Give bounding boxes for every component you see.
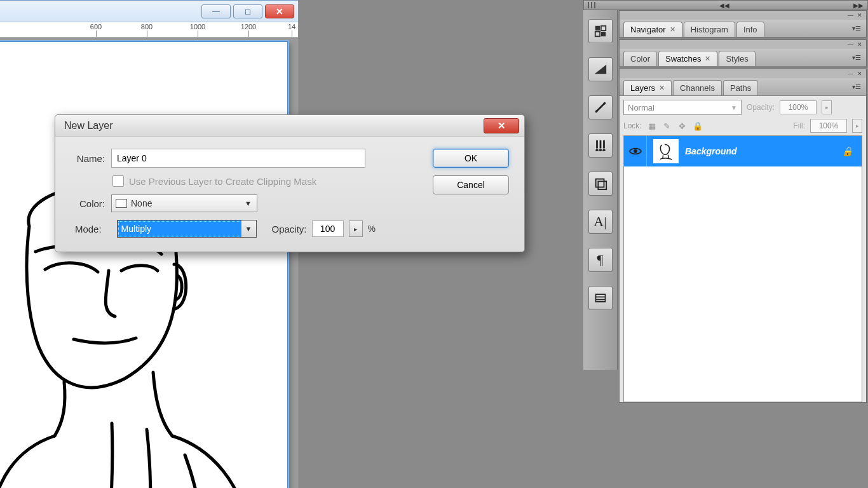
maximize-button[interactable]: ◻ — [233, 4, 262, 18]
svg-rect-3 — [600, 32, 605, 36]
panel-minimize-icon[interactable]: — — [848, 12, 853, 18]
clipping-mask-checkbox[interactable] — [112, 175, 124, 187]
lock-transparency-icon[interactable]: ▦ — [647, 121, 657, 131]
tab-paths[interactable]: Paths — [723, 80, 758, 95]
panel-close-icon[interactable]: ✕ — [857, 12, 862, 18]
opacity-label: Opacity: — [272, 224, 307, 234]
tab-color[interactable]: Color — [623, 51, 657, 66]
window-controls: — ◻ ✕ — [201, 4, 294, 18]
svg-rect-12 — [595, 294, 605, 302]
document-titlebar[interactable]: /8) — ◻ ✕ — [0, 1, 298, 22]
svg-marker-4 — [594, 65, 606, 74]
close-icon[interactable]: ✕ — [659, 84, 665, 92]
tools-icon[interactable] — [588, 95, 613, 119]
actions-icon[interactable] — [588, 286, 613, 310]
clipping-mask-label: Use Previous Layer to Create Clipping Ma… — [129, 176, 316, 187]
color-swatch-none-icon — [116, 199, 127, 208]
dialog-close-button[interactable]: ✕ — [484, 118, 519, 133]
dock-top-strip[interactable]: ◀◀ ▶▶ — [583, 0, 868, 10]
layers-panel-group: — ✕ Layers✕ Channels Paths ▾☰ Normal ▼ — [619, 69, 867, 403]
blend-mode-value: Normal — [628, 103, 654, 112]
panel-minimize-icon[interactable]: — — [848, 41, 853, 48]
tab-label: Histogram — [691, 25, 728, 34]
tab-label: Color — [630, 54, 650, 64]
fill-stepper[interactable]: ▸ — [852, 119, 862, 133]
panel-menu-icon[interactable]: ▾☰ — [852, 83, 864, 90]
panel-minimize-icon[interactable]: — — [848, 71, 853, 77]
cancel-button[interactable]: Cancel — [433, 175, 509, 194]
tab-swatches[interactable]: Swatches✕ — [658, 51, 717, 66]
color-label: Color: — [67, 198, 105, 209]
panel-menu-icon[interactable]: ▾☰ — [852, 25, 864, 32]
tab-navigator[interactable]: Navigator✕ — [623, 22, 682, 37]
paragraph-icon[interactable]: ¶ — [588, 248, 613, 272]
tab-label: Navigator — [630, 25, 666, 34]
layers-panel-body: Normal ▼ Opacity: 100% ▸ Lock: ▦ ✎ ✥ — [620, 96, 866, 402]
layer-list: Background 🔒 — [623, 135, 862, 402]
new-layer-dialog: New Layer ✕ Name: Use Previous Layer to … — [55, 114, 525, 252]
navigator-icon[interactable] — [588, 19, 613, 43]
dialog-title: New Layer — [64, 120, 112, 132]
lock-position-icon[interactable]: ✥ — [677, 121, 688, 131]
panel-close-icon[interactable]: ✕ — [857, 41, 862, 48]
layer-thumbnail[interactable] — [653, 139, 679, 163]
close-button[interactable]: ✕ — [265, 4, 294, 18]
panel-stack: — ✕ Navigator✕ Histogram Info ▾☰ — ✕ Col… — [618, 10, 868, 370]
tab-info[interactable]: Info — [736, 22, 764, 37]
panel-close-icon[interactable]: ✕ — [857, 71, 862, 77]
dock-forward-icon[interactable]: ▶▶ — [853, 2, 864, 9]
svg-point-5 — [595, 111, 597, 113]
opacity-stepper[interactable]: ▸ — [822, 100, 832, 114]
panel-menu-icon[interactable]: ▾☰ — [852, 54, 864, 61]
layer-color-dropdown[interactable]: None ▼ — [111, 194, 257, 212]
color-value: None — [131, 198, 152, 208]
lock-icon: 🔒 — [842, 146, 853, 156]
opacity-label: Opacity: — [747, 103, 775, 112]
layer-blend-mode-dropdown[interactable]: Normal ▼ — [623, 100, 742, 115]
layer-fill-field[interactable]: 100% — [810, 119, 847, 133]
layer-name-input[interactable] — [111, 149, 365, 168]
blend-mode-dropdown[interactable]: Multiply ▼ — [117, 220, 257, 238]
layers-panel-icon[interactable] — [588, 172, 613, 196]
histogram-icon[interactable] — [588, 57, 613, 81]
opacity-stepper[interactable]: ▸ — [349, 220, 363, 237]
layer-name: Background — [685, 146, 836, 156]
ok-button[interactable]: OK — [433, 149, 509, 168]
ruler-mark: 600 — [90, 23, 102, 30]
svg-point-7 — [595, 149, 599, 152]
visibility-toggle[interactable] — [624, 136, 647, 166]
canvas[interactable] — [0, 41, 288, 488]
tab-label: Info — [743, 25, 757, 34]
dialog-body: Name: Use Previous Layer to Create Clipp… — [55, 137, 524, 252]
dialog-titlebar[interactable]: New Layer ✕ — [55, 115, 524, 137]
character-icon[interactable]: A| — [588, 210, 613, 234]
svg-rect-10 — [595, 179, 604, 187]
tab-label: Swatches — [665, 54, 701, 64]
brushes-icon[interactable] — [588, 133, 613, 158]
opacity-input[interactable] — [312, 220, 344, 237]
tab-histogram[interactable]: Histogram — [684, 22, 735, 37]
svg-point-6 — [603, 102, 606, 105]
horizontal-ruler[interactable]: 600 800 1000 1200 14 — [0, 22, 298, 37]
lock-pixels-icon[interactable]: ✎ — [662, 121, 672, 131]
layer-opacity-field[interactable]: 100% — [780, 100, 817, 114]
layer-row[interactable]: Background 🔒 — [624, 136, 862, 166]
dock-back-icon[interactable]: ◀◀ — [719, 2, 729, 9]
color-panel-group: — ✕ Color Swatches✕ Styles ▾☰ — [619, 39, 867, 67]
svg-rect-2 — [595, 32, 599, 36]
tab-channels[interactable]: Channels — [673, 80, 722, 95]
name-label: Name: — [67, 153, 105, 164]
svg-point-9 — [602, 149, 606, 152]
close-icon[interactable]: ✕ — [670, 25, 675, 34]
tab-layers[interactable]: Layers✕ — [623, 80, 672, 95]
svg-rect-11 — [598, 181, 606, 189]
lock-label: Lock: — [623, 121, 642, 130]
fill-label: Fill: — [793, 121, 805, 130]
ruler-mark: 14 — [288, 23, 295, 30]
ruler-mark: 800 — [141, 23, 153, 30]
svg-rect-1 — [600, 26, 605, 30]
tab-styles[interactable]: Styles — [719, 51, 755, 66]
lock-all-icon[interactable]: 🔒 — [693, 121, 703, 131]
minimize-button[interactable]: — — [201, 4, 231, 18]
close-icon[interactable]: ✕ — [705, 55, 710, 63]
